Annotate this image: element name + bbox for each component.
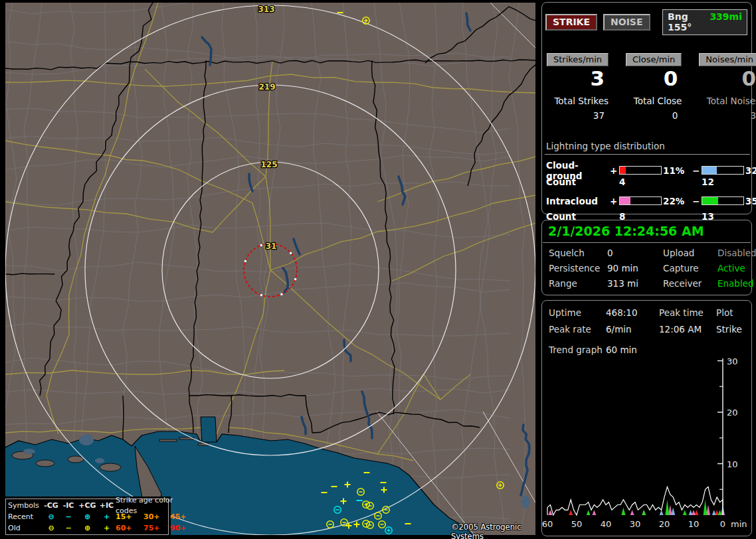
plus-sign: + — [610, 165, 619, 176]
uptime-trend-panel: Uptime 468:10 Peak time Plot Peak rate 6… — [541, 300, 752, 536]
total-noises-label: Total Noises — [699, 96, 756, 106]
total-noises-value: 3 — [699, 110, 756, 121]
circled-minus-icon: ⊖ — [43, 512, 60, 522]
svg-text:0: 0 — [720, 519, 725, 529]
legend-symbols-header: Symbols — [8, 501, 43, 511]
ic-plus-bar — [619, 196, 662, 205]
peak-rate-value: 6/min — [606, 324, 659, 335]
svg-text:125: 125 — [260, 160, 277, 169]
minus-sign: − — [692, 196, 702, 206]
strikes-per-min-value: 3 — [547, 68, 605, 90]
squelch-value: 0 — [607, 248, 663, 258]
plus-sign: + — [610, 196, 619, 206]
map-frame: 31321912531 Symbols -CG -IC +CG +IC Stri… — [0, 0, 539, 539]
intracloud-label: Intracloud — [546, 196, 610, 206]
status-row: Range 313 mi Receiver Enabled — [542, 278, 751, 289]
svg-text:min: min — [731, 519, 747, 529]
range-value: 313 mi — [607, 278, 663, 289]
svg-text:40: 40 — [601, 519, 612, 529]
total-close-value: 0 — [626, 110, 678, 121]
plus-icon: + — [98, 512, 116, 522]
strikes-per-min-chip: Strikes/min — [547, 53, 609, 66]
circled-plus-icon: ⊕ — [77, 523, 98, 534]
cg-minus-pct: 32% — [745, 165, 756, 176]
noises-column: Noises/min 0 Total Noises 3 — [699, 52, 756, 121]
cg-plus-bar — [619, 166, 662, 175]
bearing-distance: 339mi — [709, 11, 742, 33]
uptime-label: Uptime — [549, 307, 606, 318]
svg-text:30: 30 — [727, 356, 738, 366]
bearing-display: Bng 155° 339mi — [662, 9, 747, 35]
svg-text:313: 313 — [258, 5, 274, 14]
cloud-ground-count-row: Count 4 12 — [546, 175, 750, 189]
trend-graph-row: Trend graph 60 min — [542, 345, 751, 355]
legend-row-recent-label: Recent — [8, 512, 43, 522]
upload-value: Disabled — [717, 248, 756, 258]
datetime-display: 2/1/2026 12:24:56 AM — [543, 220, 751, 243]
app-window: { "header": { "strike_button": "STRIKE",… — [0, 0, 756, 539]
upload-label: Upload — [663, 248, 717, 258]
legend-col-ncg: -CG — [43, 501, 60, 511]
cg-minus-count: 12 — [702, 177, 745, 187]
legend-col-nic: -IC — [60, 501, 77, 511]
noises-per-min-chip: Noises/min — [699, 53, 756, 66]
cg-minus-bar — [702, 166, 744, 175]
minus-icon: − — [60, 512, 77, 522]
plot-mode-value: Strike — [716, 324, 745, 335]
legend-col-pic: +IC — [98, 501, 116, 511]
peak-time-label: Peak time — [659, 307, 716, 318]
strike-map[interactable]: 31321912531 Symbols -CG -IC +CG +IC Stri… — [5, 3, 535, 535]
copyright-text: ©2005 Astrogenic Systems — [451, 522, 535, 539]
count-label: Count — [546, 177, 610, 187]
age-code-45: 45+ — [170, 512, 195, 522]
squelch-label: Squelch — [549, 248, 607, 258]
persistence-label: Persistence — [549, 263, 607, 273]
age-code-90: 90+ — [170, 523, 195, 534]
svg-text:219: 219 — [258, 82, 275, 92]
plus-icon: + — [98, 523, 116, 534]
uptime-row: Uptime 468:10 Peak time Plot — [542, 307, 751, 318]
receiver-value: Enabled — [717, 278, 754, 289]
peak-rate-label: Peak rate — [549, 324, 606, 335]
bearing-label: Bng 155° — [668, 11, 709, 33]
svg-text:20: 20 — [659, 519, 670, 529]
map-canvas[interactable]: 31321912531 — [5, 3, 535, 535]
plot-label: Plot — [716, 307, 745, 318]
svg-text:30: 30 — [630, 519, 641, 529]
age-code-15: 15+ — [116, 512, 143, 522]
persistence-value: 90 min — [607, 263, 663, 273]
cg-plus-count: 4 — [619, 177, 663, 187]
svg-text:10: 10 — [727, 459, 738, 469]
stats-panel: STRIKE NOISE Bng 155° 339mi Strikes/min … — [541, 2, 752, 214]
range-label: Range — [549, 278, 607, 289]
svg-text:10: 10 — [688, 519, 700, 529]
status-panel: 2/1/2026 12:24:56 AM Squelch 0 Upload Di… — [541, 220, 752, 295]
noise-toggle-button[interactable]: NOISE — [603, 14, 650, 31]
ic-minus-bar — [702, 196, 744, 205]
peak-rate-row: Peak rate 6/min 12:06 AM Strike — [542, 324, 751, 335]
capture-label: Capture — [663, 263, 717, 273]
total-close-label: Total Close — [626, 96, 682, 106]
distribution-heading: Lightning type distribution — [545, 141, 750, 155]
cloud-ground-row: Cloud-ground + 11% − 32% — [546, 160, 750, 173]
minus-sign: − — [692, 165, 702, 176]
cg-plus-pct: 11% — [663, 165, 692, 176]
svg-text:60: 60 — [542, 519, 553, 529]
close-column: Close/min 0 Total Close 0 — [626, 52, 682, 121]
strike-toggle-button[interactable]: STRIKE — [545, 14, 597, 31]
capture-value: Active — [717, 263, 745, 273]
trend-graph-chart: 1020306050403020100min — [542, 356, 751, 534]
status-row: Squelch 0 Upload Disabled — [542, 248, 751, 258]
total-strikes-value: 37 — [547, 110, 605, 121]
svg-text:50: 50 — [571, 519, 583, 529]
close-per-min-chip: Close/min — [626, 53, 682, 66]
age-code-75: 75+ — [143, 523, 170, 534]
trend-graph-value: 60 min — [606, 345, 659, 355]
close-per-min-value: 0 — [626, 68, 678, 90]
minus-icon: − — [60, 523, 77, 534]
age-code-30: 30+ — [143, 512, 170, 522]
age-code-60: 60+ — [116, 523, 143, 534]
total-strikes-label: Total Strikes — [547, 96, 609, 106]
legend-row-old-label: Old — [8, 523, 43, 534]
circled-plus-icon: ⊕ — [77, 512, 98, 522]
